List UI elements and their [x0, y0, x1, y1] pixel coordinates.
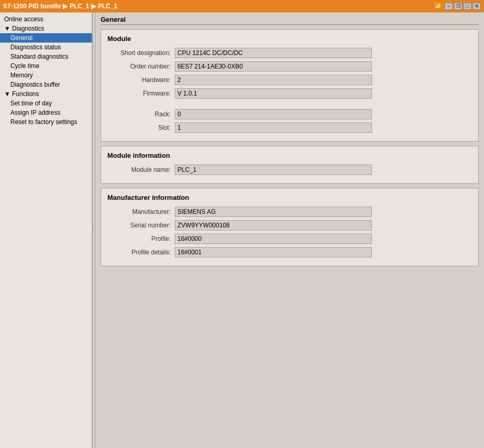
module-card: Module Short designation: Order number: … — [101, 29, 479, 142]
sidebar-item-general[interactable]: General — [0, 33, 92, 43]
sidebar-item-diagnostics-status[interactable]: Diagnostics status — [0, 43, 92, 52]
diagnostics-label: Diagnostics — [12, 25, 44, 32]
serial-number-label: Serial number: — [107, 222, 175, 229]
rack-value[interactable] — [175, 109, 372, 119]
short-designation-label: Short designation: — [107, 49, 175, 57]
hardware-label: Hardware: — [107, 76, 175, 84]
slot-label: Slot: — [107, 124, 175, 131]
order-number-value[interactable] — [175, 61, 372, 72]
sidebar-item-functions[interactable]: ▼ Functions — [0, 89, 92, 99]
manufacturer-card: Manufacturer information Manufacturer: S… — [101, 188, 479, 266]
diagnostics-buffer-label: Diagnostics buffer — [10, 81, 60, 88]
breadcrumb-plc1: PLC_1 — [70, 3, 89, 10]
sidebar-item-set-time-of-day[interactable]: Set time of day — [0, 99, 92, 108]
sidebar-item-reset-factory[interactable]: Reset to factory settings — [0, 117, 92, 127]
manufacturer-value[interactable] — [175, 207, 372, 217]
rack-row: Rack: — [107, 109, 472, 119]
rack-label: Rack: — [107, 111, 175, 118]
app-title: S7-1200 PID bundle — [3, 3, 61, 10]
functions-arrow: ▼ — [4, 90, 12, 98]
online-access-label: Online access — [4, 16, 43, 23]
sidebar-item-diagnostics[interactable]: ▼ Diagnostics — [0, 24, 92, 33]
reset-factory-label: Reset to factory settings — [10, 118, 77, 126]
hardware-value[interactable] — [175, 75, 372, 85]
sidebar-item-online-access[interactable]: Online access — [0, 15, 92, 24]
profile-row: Profile: — [107, 234, 472, 244]
diagnostics-status-label: Diagnostics status — [10, 44, 61, 51]
breadcrumb-plc2: PLC_1 — [98, 3, 117, 10]
firmware-row: Firmware: — [107, 88, 472, 99]
sidebar: Online access ▼ Diagnostics General Diag… — [0, 12, 92, 448]
sidebar-item-memory[interactable]: Memory — [0, 71, 92, 80]
breadcrumb-sep1: ▶ — [63, 3, 67, 10]
module-card-title: Module — [107, 35, 472, 43]
profile-details-label: Profile details: — [107, 249, 175, 256]
assign-ip-label: Assign IP address — [10, 109, 61, 116]
breadcrumb-sep2: ▶ — [91, 3, 96, 10]
general-label: General — [10, 34, 33, 42]
section-title: General — [101, 16, 479, 25]
hardware-row: Hardware: — [107, 75, 472, 85]
diagnostics-arrow: ▼ — [4, 25, 12, 32]
module-name-value[interactable] — [175, 165, 372, 175]
sidebar-item-assign-ip[interactable]: Assign IP address — [0, 108, 92, 117]
cycle-time-label: Cycle time — [10, 62, 39, 70]
profile-label: Profile: — [107, 235, 175, 242]
manufacturer-label: Manufacturer: — [107, 208, 175, 215]
memory-label: Memory — [10, 72, 33, 79]
sidebar-item-cycle-time[interactable]: Cycle time — [0, 61, 92, 71]
module-name-label: Module name: — [107, 166, 175, 173]
profile-details-row: Profile details: — [107, 247, 472, 257]
firmware-label: Firmware: — [107, 90, 175, 97]
serial-number-row: Serial number: — [107, 220, 472, 230]
titlebar: S7-1200 PID bundle ▶ PLC_1 ▶ PLC_1 📶 − ❐… — [0, 0, 484, 12]
close-button[interactable]: ✕ — [473, 3, 481, 10]
serial-number-value[interactable] — [175, 220, 372, 230]
maximize-button[interactable]: □ — [463, 3, 472, 10]
order-number-label: Order number: — [107, 63, 175, 70]
order-number-row: Order number: — [107, 61, 472, 72]
profile-value[interactable] — [175, 234, 372, 244]
window-controls: 📶 − ❐ □ ✕ — [434, 3, 481, 10]
signal-icon: 📶 — [434, 3, 441, 10]
firmware-value[interactable] — [175, 88, 372, 99]
manufacturer-row: Manufacturer: — [107, 207, 472, 217]
short-designation-value[interactable] — [175, 48, 372, 58]
module-name-row: Module name: — [107, 165, 472, 175]
standard-diagnostics-label: Standard diagnostics — [10, 53, 68, 60]
content-area: General Module Short designation: Order … — [95, 12, 484, 448]
functions-label: Functions — [12, 90, 39, 98]
sidebar-item-standard-diagnostics[interactable]: Standard diagnostics — [0, 52, 92, 61]
restore-button[interactable]: ❐ — [454, 3, 462, 10]
module-info-title: Module information — [107, 152, 472, 159]
short-designation-row: Short designation: — [107, 48, 472, 58]
module-info-card: Module information Module name: — [101, 146, 479, 184]
profile-details-value[interactable] — [175, 247, 372, 257]
slot-value[interactable] — [175, 123, 372, 133]
slot-row: Slot: — [107, 123, 472, 133]
manufacturer-card-title: Manufacturer information — [107, 194, 472, 201]
titlebar-title: S7-1200 PID bundle ▶ PLC_1 ▶ PLC_1 — [3, 3, 434, 10]
sidebar-item-diagnostics-buffer[interactable]: Diagnostics buffer — [0, 80, 92, 89]
set-time-label: Set time of day — [10, 100, 52, 107]
main-container: Online access ▼ Diagnostics General Diag… — [0, 12, 484, 448]
minimize-button[interactable]: − — [445, 3, 453, 10]
